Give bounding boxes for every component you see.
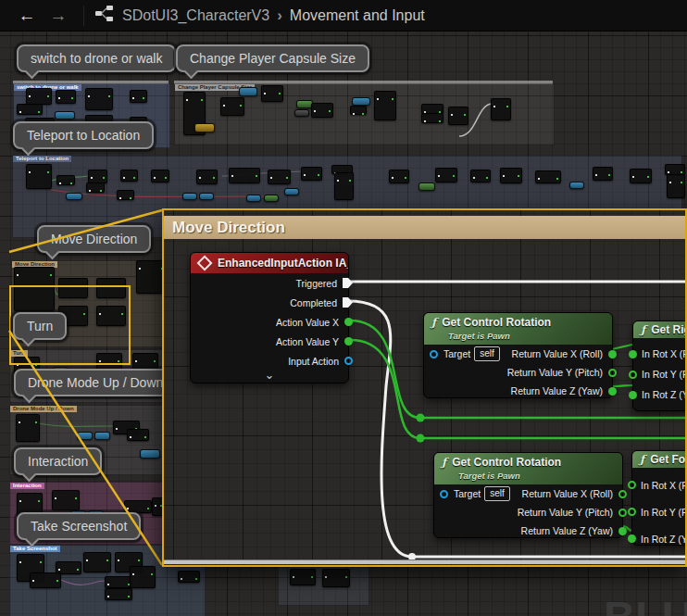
node-header[interactable]: ƒ Get Forward Vector: [632, 451, 687, 468]
mini-node[interactable]: [350, 106, 367, 115]
pin-return-value-x-roll[interactable]: [608, 350, 617, 358]
mini-node[interactable]: [26, 164, 52, 189]
pin-return-value-x-roll[interactable]: [618, 490, 627, 498]
comment-bubble-turn[interactable]: Turn: [13, 312, 67, 340]
mini-node[interactable]: [374, 91, 396, 120]
mini-variable-node[interactable]: [194, 123, 215, 132]
pin-action-value-x[interactable]: [344, 318, 353, 326]
comment-bubble-change-player-capsule-size[interactable]: Change Player Capsule Size: [176, 44, 369, 72]
mini-node[interactable]: [17, 104, 43, 115]
node-get-control-rotation-bottom[interactable]: ƒ Get Control Rotation Target is Pawn Ta…: [433, 452, 623, 538]
mini-node[interactable]: [16, 414, 40, 442]
pin-in-rot-y-pitch[interactable]: [629, 371, 637, 379]
mini-variable-node[interactable]: [352, 97, 370, 106]
node-expand-chevron-icon[interactable]: ⌄: [191, 369, 348, 381]
mini-node[interactable]: [86, 182, 105, 193]
mini-node[interactable]: [151, 170, 169, 182]
mini-node[interactable]: [448, 107, 468, 125]
pin-in-rot-y-pitch[interactable]: [628, 508, 636, 516]
mini-node[interactable]: [593, 167, 613, 181]
mini-node[interactable]: [311, 103, 333, 118]
mini-node[interactable]: [124, 500, 152, 513]
mini-node[interactable]: [421, 113, 443, 123]
node-enhanced-input-action[interactable]: EnhancedInputAction IA_Move TriggeredCom…: [190, 252, 349, 383]
pin-action-value-y[interactable]: [344, 337, 353, 346]
mini-node[interactable]: [105, 576, 132, 588]
mini-node[interactable]: [261, 85, 283, 102]
node-header[interactable]: EnhancedInputAction IA_Move: [191, 253, 348, 273]
mini-node[interactable]: [83, 552, 111, 572]
mini-node[interactable]: [196, 170, 218, 184]
mini-node[interactable]: [301, 167, 322, 181]
node-header[interactable]: ƒ Get Control Rotation Target is Pawn: [424, 313, 612, 345]
mini-node[interactable]: [491, 98, 511, 120]
node-header[interactable]: ƒ Get Right Vector: [633, 321, 687, 338]
mini-variable-node[interactable]: [294, 109, 309, 117]
pin-return-value-y-pitch[interactable]: [618, 509, 627, 517]
pin-in-rot-z-yaw[interactable]: [629, 391, 637, 399]
mini-node[interactable]: [322, 569, 350, 587]
comment-bubble-drone-mode-up-down[interactable]: Drone Mode Up / Down: [14, 369, 177, 396]
pin-in-rot-z-yaw[interactable]: [628, 534, 636, 543]
mini-node[interactable]: [630, 169, 652, 183]
comment-bubble-teleport-to-location[interactable]: Teleport to Location: [13, 121, 154, 149]
back-arrow-icon[interactable]: ←: [11, 0, 43, 31]
pin-return-value-z-yaw[interactable]: [608, 387, 617, 396]
node-header[interactable]: ƒ Get Control Rotation Target is Pawn: [434, 453, 622, 484]
mini-node[interactable]: [85, 88, 113, 110]
comment-bubble-take-screenshot[interactable]: Take Screenshot: [17, 512, 141, 540]
mini-node[interactable]: [127, 429, 149, 441]
pin-target[interactable]: [430, 350, 438, 358]
mini-node[interactable]: [389, 170, 409, 183]
mini-node[interactable]: [130, 566, 156, 588]
mini-variable-node[interactable]: [182, 193, 197, 200]
pin-return-value-y-pitch[interactable]: [608, 369, 617, 377]
mini-variable-node[interactable]: [66, 193, 82, 200]
forward-arrow-icon[interactable]: →: [43, 0, 74, 31]
mini-variable-node[interactable]: [239, 87, 257, 96]
mini-node[interactable]: [334, 172, 354, 200]
mini-node[interactable]: [470, 170, 491, 182]
pin-in-rot-x-roll[interactable]: [629, 350, 637, 358]
mini-variable-node[interactable]: [569, 182, 584, 189]
mini-variable-node[interactable]: [55, 111, 75, 119]
mini-variable-node[interactable]: [246, 195, 261, 202]
blueprint-graph-canvas[interactable]: switch to drone or walkChange Player Cap…: [0, 31, 687, 616]
pin-in-rot-x-roll[interactable]: [628, 481, 636, 489]
mini-variable-node[interactable]: [284, 188, 299, 195]
mini-node[interactable]: [105, 588, 132, 600]
pin-input-action[interactable]: [344, 357, 353, 365]
mini-node[interactable]: [268, 170, 291, 184]
target-value-box[interactable]: self: [484, 486, 510, 501]
mini-node[interactable]: [26, 88, 52, 105]
mini-node[interactable]: [435, 168, 457, 182]
mini-node[interactable]: [52, 490, 80, 510]
node-get-control-rotation-top[interactable]: ƒ Get Control Rotation Target is Pawn Ta…: [423, 312, 613, 398]
zoom-inset-panel[interactable]: Move Direction EnhancedInputAction IA_Mo…: [162, 208, 687, 567]
node-get-forward-vector[interactable]: ƒ Get Forward Vector In Rot X (Roll)In R…: [631, 450, 687, 546]
mini-node[interactable]: [117, 190, 134, 200]
breadcrumb-current[interactable]: Movement and Input: [290, 7, 425, 24]
comment-bubble-switch-to-drone-or-walk[interactable]: switch to drone or walk: [17, 44, 176, 72]
mini-node[interactable]: [56, 90, 76, 104]
inset-horizontal-scrollbar[interactable]: [164, 559, 685, 564]
mini-variable-node[interactable]: [94, 432, 110, 440]
mini-node[interactable]: [500, 168, 522, 183]
mini-node[interactable]: [120, 170, 138, 182]
node-get-right-vector[interactable]: ƒ Get Right Vector In Rot X (Roll)In Rot…: [632, 321, 687, 411]
breadcrumb-parent[interactable]: SDotUI3_CharacterV3: [122, 7, 269, 24]
mini-node[interactable]: [56, 175, 75, 185]
mini-node[interactable]: [290, 569, 316, 585]
pin-target[interactable]: [440, 490, 448, 498]
pin-return-value-z-yaw[interactable]: [618, 527, 627, 535]
target-value-box[interactable]: self: [474, 346, 500, 361]
mini-node[interactable]: [130, 90, 147, 103]
mini-node[interactable]: [88, 170, 107, 183]
pin-triggered-exec[interactable]: [343, 278, 353, 288]
comment-bubble-move-direction[interactable]: Move Direction: [37, 225, 151, 253]
comment-bubble-interaction[interactable]: Interaction: [14, 447, 102, 475]
mini-variable-node[interactable]: [199, 193, 214, 200]
mini-variable-node[interactable]: [140, 449, 160, 459]
mini-node[interactable]: [30, 572, 61, 588]
mini-node[interactable]: [667, 174, 685, 198]
